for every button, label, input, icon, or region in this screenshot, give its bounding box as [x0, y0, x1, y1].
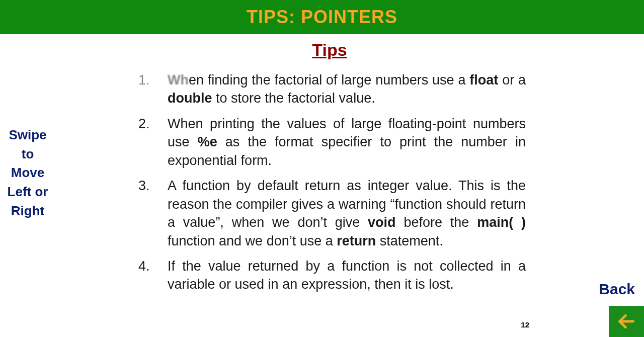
tip-bold: double — [168, 91, 212, 106]
swipe-hint: Swipe to Move Left or Right — [5, 126, 50, 220]
header-bar: TIPS: POINTERS — [0, 0, 644, 34]
back-button[interactable] — [609, 306, 644, 337]
tips-list: When finding the factorial of large numb… — [133, 71, 526, 294]
arrow-left-icon — [616, 311, 636, 331]
tip-text: to store the factorial value. — [212, 91, 375, 106]
tip-bold: main( ) — [477, 215, 526, 230]
tip-text: statement. — [376, 233, 443, 248]
tip-text: Wh — [168, 72, 189, 88]
tip-item: If the value returned by a function is n… — [133, 257, 526, 294]
tip-text: or a — [498, 72, 526, 88]
tip-bold: void — [368, 215, 396, 230]
tip-bold: %e — [198, 134, 217, 149]
tip-text: as the format specifier to print the num… — [168, 134, 526, 167]
page-number: 12 — [521, 320, 529, 329]
tip-item: When finding the factorial of large numb… — [133, 71, 526, 108]
tip-text: function and we don’t use a — [168, 233, 337, 248]
tips-heading: Tips — [133, 40, 526, 60]
tip-text: before the — [396, 215, 477, 230]
tip-item: When printing the values of large floati… — [133, 115, 526, 170]
header-title: TIPS: POINTERS — [247, 7, 397, 28]
tip-text: en finding the factorial of large number… — [189, 72, 469, 88]
tip-text: If the value returned by a function is n… — [168, 259, 526, 292]
back-label: Back — [599, 281, 635, 298]
content-area[interactable]: Tips When finding the factorial of large… — [133, 40, 526, 301]
tip-item: A function by default return as integer … — [133, 177, 526, 250]
tip-bold: return — [337, 233, 376, 248]
tip-bold: float — [469, 72, 498, 88]
